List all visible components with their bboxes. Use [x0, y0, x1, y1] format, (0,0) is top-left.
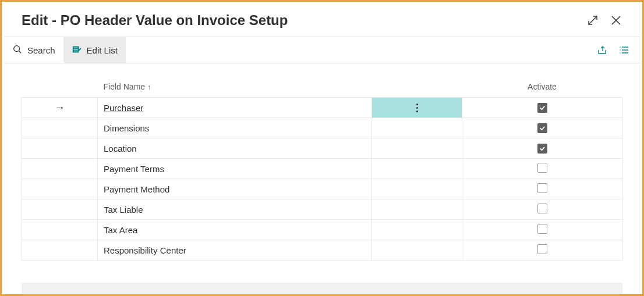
table-row[interactable]: Tax Area — [22, 220, 622, 240]
sort-asc-icon: ↑ — [147, 83, 151, 91]
table-row[interactable]: Payment Terms — [22, 159, 622, 179]
field-name-cell[interactable]: Purchaser — [98, 98, 372, 118]
activate-checkbox[interactable] — [537, 183, 547, 193]
svg-point-4 — [620, 52, 620, 53]
row-actions-cell — [372, 240, 462, 261]
field-name-value: Payment Method — [104, 184, 169, 194]
col-header-indicator — [22, 79, 98, 98]
edit-list-button[interactable]: Edit List — [63, 37, 126, 63]
table-row[interactable]: Location — [22, 138, 622, 159]
field-name-value: Dimensions — [104, 123, 149, 133]
row-actions-cell[interactable] — [372, 98, 462, 118]
data-grid: Field Name↑ Activate →PurchaserDimension… — [22, 79, 622, 261]
activate-cell[interactable] — [462, 118, 622, 138]
field-name-cell[interactable]: Location — [98, 138, 372, 159]
row-menu-icon[interactable] — [372, 98, 462, 118]
row-actions-cell — [372, 220, 462, 240]
activate-checkbox[interactable] — [537, 103, 547, 113]
activate-checkbox[interactable] — [537, 163, 547, 173]
table-row[interactable]: →Purchaser — [22, 98, 622, 118]
activate-cell[interactable] — [462, 179, 622, 199]
activate-checkbox[interactable] — [537, 204, 547, 213]
field-name-value: Payment Terms — [104, 164, 164, 174]
col-header-spacer — [372, 79, 462, 98]
col-header-field-name[interactable]: Field Name↑ — [98, 79, 372, 98]
activate-cell[interactable] — [462, 240, 622, 261]
row-indicator-cell — [22, 118, 98, 138]
close-icon[interactable] — [610, 14, 622, 27]
activate-cell[interactable] — [462, 199, 622, 220]
row-indicator-cell — [22, 179, 98, 199]
activate-checkbox[interactable] — [537, 123, 547, 133]
activate-cell[interactable] — [462, 138, 622, 159]
table-row[interactable]: Responsibility Center — [22, 240, 622, 261]
edit-list-icon — [72, 44, 82, 56]
svg-point-2 — [620, 47, 620, 47]
field-name-cell[interactable]: Responsibility Center — [98, 240, 372, 261]
current-row-arrow-icon: → — [22, 102, 97, 113]
header-actions — [586, 14, 622, 27]
row-indicator-cell — [22, 240, 98, 261]
search-button[interactable]: Search — [4, 37, 63, 63]
row-indicator-cell — [22, 138, 98, 159]
field-name-value: Tax Liable — [104, 205, 143, 215]
row-indicator-cell — [22, 159, 98, 179]
field-name-cell[interactable]: Dimensions — [98, 118, 372, 138]
field-name-value: Location — [104, 144, 137, 154]
table-row[interactable]: Tax Liable — [22, 199, 622, 220]
field-name-value: Tax Area — [104, 225, 137, 235]
row-indicator-cell — [22, 199, 98, 220]
activate-checkbox[interactable] — [537, 244, 547, 254]
row-actions-cell — [372, 159, 462, 179]
field-name-value: Responsibility Center — [104, 245, 186, 255]
action-toolbar: Search Edit List — [4, 37, 640, 63]
search-label: Search — [27, 45, 55, 55]
row-actions-cell — [372, 138, 462, 159]
svg-point-3 — [620, 49, 620, 50]
row-actions-cell — [372, 179, 462, 199]
grid-footer-band — [22, 283, 622, 294]
search-icon — [12, 44, 23, 56]
activate-cell[interactable] — [462, 159, 622, 179]
row-indicator-cell: → — [22, 98, 98, 118]
row-actions-cell — [372, 118, 462, 138]
table-row[interactable]: Payment Method — [22, 179, 622, 199]
activate-cell[interactable] — [462, 220, 622, 240]
dialog-header: Edit - PO Header Value on Invoice Setup — [2, 2, 642, 37]
table-row[interactable]: Dimensions — [22, 118, 622, 138]
activate-cell[interactable] — [462, 98, 622, 118]
field-name-cell[interactable]: Payment Method — [98, 179, 372, 199]
share-icon[interactable] — [596, 44, 608, 56]
page-title: Edit - PO Header Value on Invoice Setup — [22, 12, 288, 28]
dialog-frame: Edit - PO Header Value on Invoice Setup — [0, 0, 644, 296]
edit-list-label: Edit List — [87, 45, 118, 55]
field-name-cell[interactable]: Payment Terms — [98, 159, 372, 179]
grid-container: Field Name↑ Activate →PurchaserDimension… — [2, 63, 642, 283]
field-name-value[interactable]: Purchaser — [104, 103, 143, 113]
row-indicator-cell — [22, 220, 98, 240]
activate-checkbox[interactable] — [537, 144, 547, 154]
row-actions-cell — [372, 199, 462, 220]
field-name-cell[interactable]: Tax Area — [98, 220, 372, 240]
col-header-activate[interactable]: Activate — [462, 79, 622, 98]
svg-point-0 — [14, 45, 20, 51]
list-view-icon[interactable] — [618, 44, 631, 56]
expand-icon[interactable] — [586, 14, 599, 27]
field-name-cell[interactable]: Tax Liable — [98, 199, 372, 220]
activate-checkbox[interactable] — [537, 224, 547, 234]
